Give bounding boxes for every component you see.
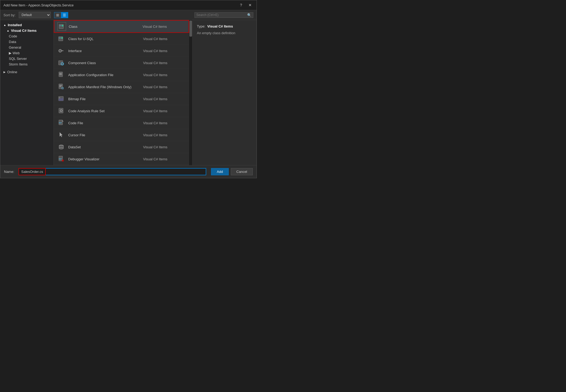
cursor-icon: [57, 131, 66, 139]
bottom-buttons: Add Cancel: [211, 168, 253, 175]
table-row[interactable]: C# Debugger Visualizer Visual C# Items: [54, 153, 189, 165]
add-button[interactable]: Add: [211, 168, 228, 175]
item-category-interface: Visual C# Items: [143, 49, 186, 53]
item-name-codefile: Code File: [68, 121, 143, 125]
table-row[interactable]: Application Manifest File (Windows Only)…: [54, 81, 189, 93]
table-row[interactable]: C# Class Visual C# Items: [54, 20, 189, 33]
interface-icon: [57, 46, 66, 55]
svg-rect-18: [59, 86, 62, 86]
online-arrow: ▶: [3, 71, 6, 73]
title-bar-buttons: ? ✕: [238, 2, 253, 8]
svg-rect-15: [59, 75, 62, 75]
svg-point-34: [59, 148, 63, 149]
sidebar-online-label: Online: [7, 70, 17, 74]
sidebar-item-data[interactable]: Data: [0, 39, 53, 45]
sort-dropdown[interactable]: Default Name Type: [19, 12, 51, 18]
dataset-icon: [57, 143, 66, 151]
sidebar-item-code[interactable]: Code: [0, 33, 53, 39]
table-row[interactable]: C# Code File Visual C# Items: [54, 117, 189, 129]
svg-rect-19: [59, 87, 61, 87]
list-view-button[interactable]: ☰: [61, 12, 68, 18]
manifest-icon: [57, 83, 66, 91]
dialog: Add New Item - Appeon.SnapObjects.Servic…: [0, 0, 257, 178]
svg-point-37: [62, 160, 64, 162]
cancel-button[interactable]: Cancel: [231, 168, 253, 175]
item-category-ruleset: Visual C# Items: [143, 109, 186, 113]
title-bar: Add New Item - Appeon.SnapObjects.Servic…: [0, 0, 257, 10]
item-category-codefile: Visual C# Items: [143, 121, 186, 125]
name-input-wrapper: SalesOrder.cs: [18, 168, 206, 175]
item-category-manifest: Visual C# Items: [143, 85, 186, 89]
info-type-label: Type:: [197, 24, 205, 28]
table-row[interactable]: C# Component Class Visual C# Items: [54, 57, 189, 69]
visual-cs-arrow: ▲: [7, 29, 9, 32]
bottom-bar: Name: SalesOrder.cs Add Cancel: [0, 165, 257, 178]
sidebar-item-stormitems[interactable]: Storm Items: [0, 61, 53, 67]
sidebar-item-sqlserver[interactable]: SQL Server: [0, 56, 53, 61]
class-icon: C#: [58, 22, 66, 31]
item-category-cursor: Visual C# Items: [143, 133, 186, 137]
appconfig-icon: [57, 71, 66, 79]
sort-label: Sort by:: [3, 13, 16, 17]
svg-marker-5: [61, 37, 63, 39]
item-name-bitmap: Bitmap File: [68, 97, 143, 101]
item-name-component: Component Class: [68, 61, 143, 65]
sidebar-item-web[interactable]: ▶ Web: [0, 50, 53, 56]
search-input[interactable]: [196, 13, 247, 17]
dialog-title: Add New Item - Appeon.SnapObjects.Servic…: [3, 3, 74, 7]
installed-arrow: ▲: [3, 24, 6, 26]
debugger-icon: C#: [57, 155, 66, 163]
close-button[interactable]: ✕: [247, 2, 253, 8]
svg-text:C#: C#: [59, 37, 61, 39]
svg-rect-17: [59, 85, 62, 86]
ruleset-icon: ✓: [57, 107, 66, 115]
name-input[interactable]: [18, 168, 206, 175]
scrollbar[interactable]: [189, 20, 192, 165]
svg-rect-14: [59, 74, 62, 74]
table-row[interactable]: Bitmap File Visual C# Items: [54, 93, 189, 105]
table-row[interactable]: Application Configuration File Visual C#…: [54, 69, 189, 81]
svg-marker-31: [60, 132, 63, 137]
help-button[interactable]: ?: [238, 2, 244, 8]
table-row[interactable]: DataSet Visual C# Items: [54, 141, 189, 153]
items-panel: C# Class Visual C# Items C#: [54, 20, 189, 165]
sidebar-visual-cs[interactable]: ▲ Visual C# Items: [0, 28, 53, 33]
sidebar-installed[interactable]: ▲ Installed: [0, 22, 53, 28]
item-name-dataset: DataSet: [68, 145, 143, 149]
table-row[interactable]: ✓ Code Analysis Rule Set Visual C# Items: [54, 105, 189, 117]
view-toggle: ⊞ ☰: [54, 12, 68, 18]
item-name-cursor: Cursor File: [68, 133, 143, 137]
table-row[interactable]: C# Class for U-SQL Visual C# Items: [54, 33, 189, 45]
info-type-value: Visual C# Items: [207, 24, 233, 28]
toolbar: Sort by: Default Name Type ⊞ ☰ 🔍: [0, 10, 257, 20]
table-row[interactable]: Interface Visual C# Items: [54, 45, 189, 57]
sidebar: ▲ Installed ▲ Visual C# Items Code Data …: [0, 20, 54, 165]
svg-rect-12: [59, 72, 63, 77]
item-name-ruleset: Code Analysis Rule Set: [68, 109, 143, 113]
web-arrow: ▶: [9, 51, 12, 55]
name-highlighted-value: SalesOrder.cs: [18, 168, 46, 175]
svg-text:C#: C#: [62, 63, 64, 65]
table-row[interactable]: Cursor File Visual C# Items: [54, 129, 189, 141]
search-icon: 🔍: [247, 13, 251, 17]
sidebar-item-general[interactable]: General: [0, 45, 53, 50]
sidebar-online[interactable]: ▶ Online: [0, 69, 53, 75]
item-category-appconfig: Visual C# Items: [143, 73, 186, 77]
item-category-classusql: Visual C# Items: [143, 37, 186, 41]
svg-text:C#: C#: [59, 122, 62, 124]
svg-marker-2: [62, 25, 63, 26]
svg-rect-13: [59, 73, 62, 73]
item-name-class: Class: [69, 25, 143, 29]
classusql-icon: C#: [57, 34, 66, 43]
info-description: An empty class definition: [197, 30, 252, 36]
grid-view-button[interactable]: ⊞: [54, 12, 61, 18]
search-box: 🔍: [194, 12, 253, 18]
codefile-icon: C#: [57, 119, 66, 127]
item-name-manifest: Application Manifest File (Windows Only): [68, 85, 143, 89]
sidebar-installed-label: Installed: [8, 23, 22, 27]
main-content: ▲ Installed ▲ Visual C# Items Code Data …: [0, 20, 257, 165]
item-name-appconfig: Application Configuration File: [68, 73, 143, 77]
svg-text:✓: ✓: [60, 110, 62, 112]
item-name-interface: Interface: [68, 49, 143, 53]
bitmap-icon: [57, 95, 66, 103]
